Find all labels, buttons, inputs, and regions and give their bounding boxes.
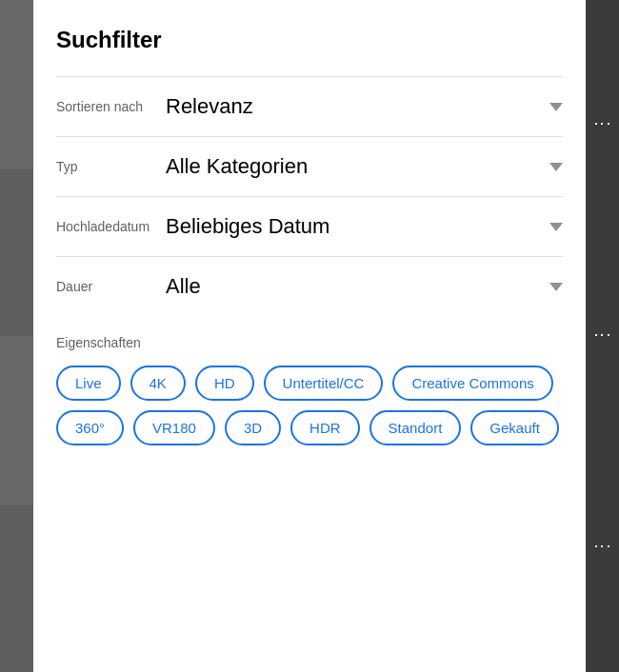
filter-select-hochladedatum[interactable]: Beliebiges Datum bbox=[166, 214, 563, 239]
filter-label-sortieren: Sortieren nach bbox=[56, 98, 166, 115]
tag-chip-360-[interactable]: 360° bbox=[56, 410, 124, 445]
filter-modal: Suchfilter Sortieren nachRelevanzTypAlle… bbox=[33, 0, 586, 672]
filter-row-sortieren[interactable]: Sortieren nachRelevanz bbox=[56, 76, 563, 136]
tag-chip-creative-commons[interactable]: Creative Commons bbox=[392, 366, 552, 401]
eigenschaften-section: Eigenschaften Live4KHDUntertitel/CCCreat… bbox=[56, 316, 563, 445]
filter-row-hochladedatum[interactable]: HochladedatumBeliebiges Datum bbox=[56, 196, 563, 256]
tag-chip-vr180[interactable]: VR180 bbox=[133, 410, 215, 445]
filter-value-sortieren: Relevanz bbox=[166, 94, 542, 119]
dots-icon-3: ⋮ bbox=[592, 538, 613, 557]
tags-grid: Live4KHDUntertitel/CCCreative Commons360… bbox=[56, 366, 563, 445]
filter-value-dauer: Alle bbox=[166, 274, 542, 299]
tag-chip-hdr[interactable]: HDR bbox=[290, 410, 360, 445]
filter-value-hochladedatum: Beliebiges Datum bbox=[166, 214, 542, 239]
filter-value-typ: Alle Kategorien bbox=[166, 154, 542, 179]
filter-label-typ: Typ bbox=[56, 158, 166, 175]
dots-icon: ⋮ bbox=[592, 115, 613, 134]
tag-chip-standort[interactable]: Standort bbox=[369, 410, 462, 445]
filter-select-dauer[interactable]: Alle bbox=[166, 274, 563, 299]
eigenschaften-label: Eigenschaften bbox=[56, 335, 563, 350]
chevron-down-icon-dauer bbox=[549, 283, 563, 291]
filter-label-hochladedatum: Hochladedatum bbox=[56, 218, 166, 235]
filter-rows: Sortieren nachRelevanzTypAlle Kategorien… bbox=[56, 76, 563, 316]
dots-icon-2: ⋮ bbox=[592, 326, 613, 346]
tag-chip-untertitel-cc[interactable]: Untertitel/CC bbox=[264, 366, 384, 401]
tag-chip-3d[interactable]: 3D bbox=[225, 410, 281, 445]
tag-chip-live[interactable]: Live bbox=[56, 366, 121, 401]
filter-row-typ[interactable]: TypAlle Kategorien bbox=[56, 136, 563, 196]
filter-select-sortieren[interactable]: Relevanz bbox=[166, 94, 563, 119]
tag-chip-hd[interactable]: HD bbox=[195, 366, 254, 401]
filter-select-typ[interactable]: Alle Kategorien bbox=[166, 154, 563, 179]
tag-chip-4k[interactable]: 4K bbox=[130, 366, 186, 401]
right-edge-strip: ⋮ ⋮ ⋮ bbox=[586, 0, 619, 672]
filter-row-dauer[interactable]: DauerAlle bbox=[56, 256, 563, 316]
tag-chip-gekauft[interactable]: Gekauft bbox=[470, 410, 559, 445]
modal-title: Suchfilter bbox=[56, 27, 563, 53]
filter-label-dauer: Dauer bbox=[56, 278, 166, 295]
chevron-down-icon-sortieren bbox=[549, 103, 563, 111]
chevron-down-icon-hochladedatum bbox=[549, 223, 563, 231]
chevron-down-icon-typ bbox=[549, 163, 563, 171]
